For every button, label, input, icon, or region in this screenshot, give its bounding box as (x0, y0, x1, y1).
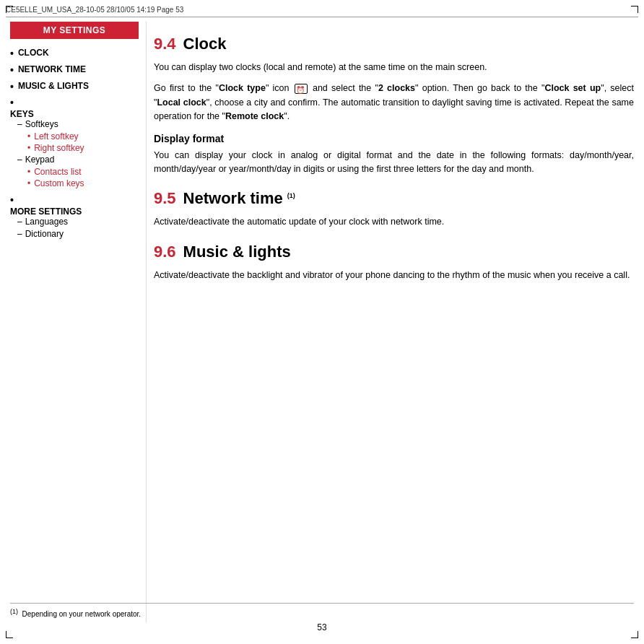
section-9-5: 9.5 Network time (1) Activate/deactivate… (154, 189, 634, 229)
sidebar-item-contacts-list[interactable]: Contacts list (27, 167, 84, 177)
sidebar-item-languages[interactable]: Languages (17, 217, 68, 227)
sidebar-keys-sub: Softkeys Left softkey Right softkey Keyp… (17, 119, 84, 190)
section-9-4-para1: You can display two clocks (local and re… (154, 61, 634, 74)
section-9-4-para2: Go first to the "Clock type" icon and se… (154, 82, 634, 123)
subsection-display-format-text: You can display your clock in analog or … (154, 149, 634, 177)
section-9-4: 9.4 Clock You can display two clocks (lo… (154, 35, 634, 176)
sidebar-keypad-sub: Contacts list Custom keys (27, 167, 84, 188)
section-9-5-number: 9.5 (154, 189, 176, 208)
section-9-4-number: 9.4 (154, 35, 176, 53)
sidebar-item-keys[interactable]: KEYS Softkeys Left softkey Right softkey (10, 97, 139, 190)
section-9-4-title: Clock (183, 35, 227, 53)
footnote-superscript: (1) (10, 608, 18, 615)
sidebar-item-left-softkey[interactable]: Left softkey (27, 131, 84, 142)
footnote-area: (1) Depending on your network operator. (10, 603, 634, 618)
subsection-display-format-heading: Display format (154, 133, 634, 144)
main-content: MY SETTINGS CLOCK NETWORK TIME MUSIC & L… (10, 22, 634, 622)
section-9-6-number: 9.6 (154, 243, 176, 261)
sidebar-item-network-time[interactable]: NETWORK TIME (10, 64, 139, 77)
page: CE5ELLE_UM_USA_28-10-05 28/10/05 14:19 P… (0, 0, 644, 644)
header-text: CE5ELLE_UM_USA_28-10-05 28/10/05 14:19 P… (6, 6, 183, 14)
sidebar-more-sub: Languages Dictionary (17, 217, 68, 241)
network-time-superscript: (1) (287, 192, 295, 199)
section-9-6: 9.6 Music & lights Activate/deactivate t… (154, 243, 634, 282)
section-9-5-title: Network time (1) (183, 189, 295, 208)
sidebar-item-dictionary[interactable]: Dictionary (17, 229, 68, 239)
sidebar-title: MY SETTINGS (10, 22, 139, 39)
footnote-text: (1) Depending on your network operator. (10, 608, 634, 618)
sidebar-nav: CLOCK NETWORK TIME MUSIC & LIGHTS KEYS S… (10, 48, 139, 241)
section-9-5-heading: 9.5 Network time (1) (154, 189, 634, 208)
header-bar: CE5ELLE_UM_USA_28-10-05 28/10/05 14:19 P… (6, 6, 638, 17)
section-9-5-para1: Activate/deactivate the automatic update… (154, 215, 634, 229)
sidebar-item-keypad: Keypad (17, 155, 84, 165)
sidebar-softkeys-sub: Left softkey Right softkey (27, 131, 84, 153)
section-9-6-title: Music & lights (183, 243, 291, 261)
sidebar-item-clock[interactable]: CLOCK (10, 48, 139, 60)
page-number: 53 (0, 622, 644, 632)
clock-type-icon (295, 84, 308, 94)
content-area: 9.4 Clock You can display two clocks (lo… (146, 22, 634, 622)
sidebar: MY SETTINGS CLOCK NETWORK TIME MUSIC & L… (10, 22, 146, 622)
section-9-6-para1: Activate/deactivate the backlight and vi… (154, 269, 634, 282)
sidebar-item-more-settings[interactable]: MORE SETTINGS Languages Dictionary (10, 194, 139, 241)
sidebar-item-custom-keys[interactable]: Custom keys (27, 178, 84, 188)
section-9-4-heading: 9.4 Clock (154, 35, 634, 53)
sidebar-item-softkeys: Softkeys (17, 119, 84, 129)
sidebar-item-music-lights[interactable]: MUSIC & LIGHTS (10, 81, 139, 93)
section-9-6-heading: 9.6 Music & lights (154, 243, 634, 261)
sidebar-item-right-softkey[interactable]: Right softkey (27, 143, 84, 153)
